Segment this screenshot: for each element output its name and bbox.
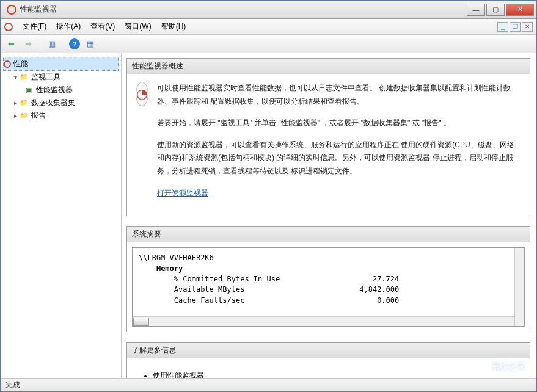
collapse-icon[interactable]: ▾ — [12, 74, 19, 81]
vertical-scrollbar[interactable] — [514, 248, 524, 326]
overview-heading: 性能监视器概述 — [127, 59, 530, 74]
menu-window[interactable]: 窗口(W) — [120, 20, 156, 34]
row1-label: Available MBytes — [174, 285, 245, 294]
close-button[interactable]: ✕ — [506, 4, 534, 16]
tree-perf-mon-label: 性能监视器 — [36, 85, 73, 95]
menu-action[interactable]: 操作(A) — [51, 20, 86, 34]
system-summary-panel: 系统摘要 \\LRGM-VVFHAEB2K6 Memory % Committe… — [126, 226, 530, 332]
overview-para-1: 可以使用性能监视器实时查看性能数据，也可以从日志文件中查看。 创建数据收集器集以… — [157, 82, 521, 108]
maximize-button[interactable]: ▢ — [486, 4, 505, 16]
tree-data-collector-sets[interactable]: ▸ 📁 数据收集器集 — [3, 96, 119, 109]
tree-reports-label: 报告 — [31, 111, 46, 121]
overview-icon: ◔ — [136, 82, 148, 106]
list-item: 使用性能监视器 — [153, 371, 521, 378]
tree-reports[interactable]: ▸ 📁 报告 — [3, 109, 119, 122]
tree-data-sets-label: 数据收集器集 — [31, 98, 75, 108]
back-button[interactable]: ⬅ — [4, 37, 18, 51]
menu-file[interactable]: 文件(F) — [18, 20, 51, 34]
body-split: 性能 ▾ 📁 监视工具 ▣ 性能监视器 ▸ 📁 数据收集器集 ▸ 📁 报告 性能… — [1, 53, 536, 378]
expand-icon[interactable]: ▸ — [12, 112, 19, 119]
more-link-1[interactable]: 使用性能监视器 — [153, 371, 204, 378]
expand-icon[interactable]: ▸ — [12, 100, 19, 106]
summary-host: \\LRGM-VVFHAEB2K6 — [139, 253, 214, 262]
window-titlebar: 性能监视器 — ▢ ✕ — [1, 1, 536, 19]
window-title: 性能监视器 — [20, 4, 57, 15]
row0-label: % Committed Bytes In Use — [174, 275, 280, 283]
row2-label: Cache Faults/sec — [174, 296, 245, 305]
tree-root-performance[interactable]: 性能 — [3, 57, 119, 71]
open-resource-monitor-link[interactable]: 打开资源监视器 — [157, 189, 208, 197]
horizontal-scrollbar[interactable] — [133, 316, 514, 326]
app-icon-small — [4, 23, 13, 31]
tree-mon-tools-label: 监视工具 — [31, 72, 60, 82]
learn-more-panel: 了解更多信息 使用性能监视器 使用性能监视器报告 — [126, 342, 530, 378]
folder-icon: 📁 — [19, 111, 29, 121]
summary-text-box[interactable]: \\LRGM-VVFHAEB2K6 Memory % Committed Byt… — [132, 247, 525, 327]
overview-para-2: 若要开始，请展开 "监视工具" 并单击 "性能监视器" ，或者展开 "数据收集器… — [157, 117, 521, 130]
summary-heading: 系统摘要 — [127, 227, 530, 242]
summary-pre: \\LRGM-VVFHAEB2K6 Memory % Committed Byt… — [139, 253, 518, 327]
status-bar: 完成 — [1, 378, 536, 391]
properties-button[interactable]: ▦ — [84, 37, 97, 51]
overview-panel: 性能监视器概述 ◔ 可以使用性能监视器实时查看性能数据，也可以从日志文件中查看。… — [126, 58, 530, 216]
tree-monitoring-tools[interactable]: ▾ 📁 监视工具 — [3, 71, 119, 84]
tree-root-label: 性能 — [13, 59, 28, 69]
minimize-button[interactable]: — — [467, 4, 485, 16]
nav-tree: 性能 ▾ 📁 监视工具 ▣ 性能监视器 ▸ 📁 数据收集器集 ▸ 📁 报告 — [1, 53, 122, 378]
tree-performance-monitor[interactable]: ▣ 性能监视器 — [3, 84, 119, 96]
show-hide-tree-button[interactable]: ▥ — [45, 37, 59, 51]
summary-mem-label: Memory — [156, 264, 183, 273]
folder-icon: 📁 — [19, 98, 29, 108]
row1-val: 4,842.000 — [359, 285, 399, 294]
toolbar: ⬅ ➡ ▥ ? ▦ — [1, 35, 536, 53]
mdi-minimize-button[interactable]: _ — [497, 22, 508, 32]
row2-val: 0.000 — [377, 296, 399, 305]
monitor-icon: ▣ — [24, 85, 34, 95]
menu-view[interactable]: 查看(V) — [86, 20, 120, 34]
scroll-thumb[interactable] — [133, 318, 149, 326]
forward-button[interactable]: ➡ — [21, 37, 35, 51]
app-icon — [7, 5, 16, 15]
mdi-close-button[interactable]: ✕ — [522, 22, 533, 32]
help-button[interactable]: ? — [69, 38, 80, 49]
folder-icon: 📁 — [19, 73, 29, 82]
mdi-restore-button[interactable]: ❐ — [510, 22, 521, 32]
content-pane: 性能监视器概述 ◔ 可以使用性能监视器实时查看性能数据，也可以从日志文件中查看。… — [122, 53, 536, 378]
menubar: 文件(F) 操作(A) 查看(V) 窗口(W) 帮助(H) _ ❐ ✕ — [1, 19, 536, 35]
status-text: 完成 — [5, 380, 20, 390]
perf-root-icon — [4, 60, 11, 68]
overview-para-3: 使用新的资源监视器，可以查看有关操作系统、服务和运行的应用程序正在 使用的硬件资… — [157, 139, 521, 178]
menu-help[interactable]: 帮助(H) — [156, 20, 191, 34]
row0-val: 27.724 — [373, 275, 399, 283]
more-heading: 了解更多信息 — [127, 343, 530, 358]
